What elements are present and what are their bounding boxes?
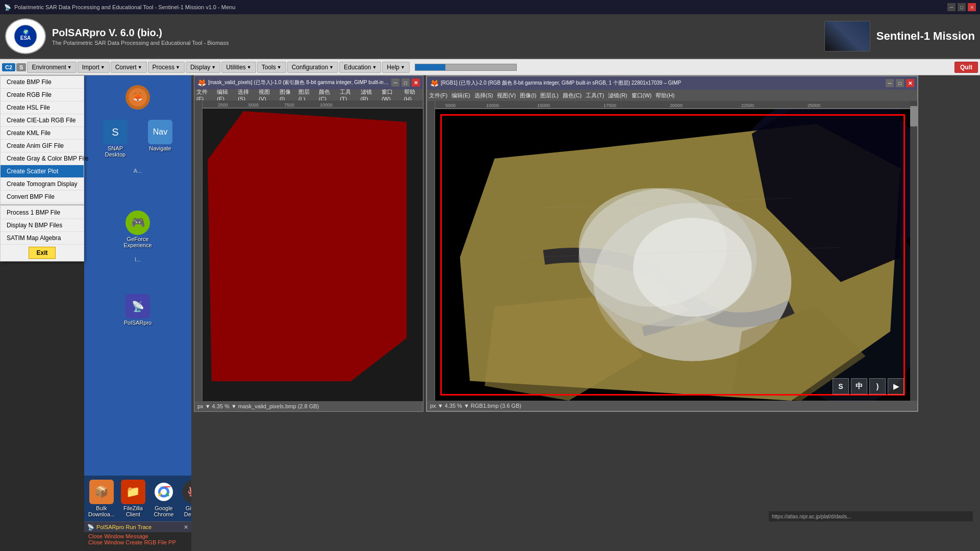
gimp2-menu-view[interactable]: 视图(V) xyxy=(497,92,516,99)
menu-create-graybmp[interactable]: Create Gray & Color BMP File xyxy=(1,152,84,165)
menu-process[interactable]: Process▼ xyxy=(148,62,185,73)
progress-fill xyxy=(415,64,445,70)
svg-text:17500: 17500 xyxy=(604,103,616,108)
desktop-icon-nav[interactable]: Nav Navigate xyxy=(140,118,181,160)
app-name: PolSARpro V. 6.0 (bio.) xyxy=(52,27,229,39)
gimp2-menu-window[interactable]: 窗口(W) xyxy=(632,92,652,99)
title-bar-left: 📡 Polarimetric SAR Data Processing and E… xyxy=(4,4,235,11)
maximize-button[interactable]: □ xyxy=(958,3,966,11)
gimp2-maximize[interactable]: □ xyxy=(896,79,904,87)
minimize-button[interactable]: ─ xyxy=(947,3,956,11)
overlay-buttons[interactable]: S 中 ) ▶ xyxy=(833,378,904,395)
menu-create-kml[interactable]: Create KML File xyxy=(1,127,84,140)
gimp2-menu-tools[interactable]: 工具(T) xyxy=(586,92,604,99)
menu-environment[interactable]: Environment▼ xyxy=(27,62,76,73)
menu-displaynbmp[interactable]: Display N BMP Files xyxy=(1,219,84,232)
gimp1-maximize[interactable]: □ xyxy=(401,78,410,87)
gimp1-menu-window[interactable]: 窗口(W) xyxy=(382,88,400,102)
gimp2-menu-select[interactable]: 选择(S) xyxy=(474,92,493,99)
desktop-icon-geforce[interactable]: 🎮 GeForce Experience xyxy=(117,208,158,250)
gimp2-menu-colors[interactable]: 颜色(C) xyxy=(563,92,582,99)
gimp1-menu-tools[interactable]: 工具(T) xyxy=(340,88,356,102)
menu-convert[interactable]: Convert▼ xyxy=(111,62,147,73)
overlay-btn-s[interactable]: S xyxy=(833,378,849,395)
gimp2-menu-edit[interactable]: 编辑(E) xyxy=(451,92,470,99)
svg-text:5000: 5000 xyxy=(445,103,456,108)
menu-process1bmp[interactable]: Process 1 BMP File xyxy=(1,206,84,219)
menu-create-cielab[interactable]: Create CIE-Lab RGB File xyxy=(1,114,84,127)
run-trace-line2: Close Window Create RGB File PP xyxy=(88,539,187,545)
taskbar-chrome[interactable]: Google Chrome xyxy=(149,478,178,519)
gimp1-icon: 🦊 xyxy=(197,78,206,87)
title-bar-icon: 📡 xyxy=(4,4,11,11)
gimp2-menu-filters[interactable]: 滤镜(R) xyxy=(608,92,627,99)
menu-create-rgb[interactable]: Create RGB File xyxy=(1,89,84,101)
gimp1-menu-view[interactable]: 视图(V) xyxy=(259,88,275,102)
taskbar-filezilla[interactable]: 📁 FileZilla Client xyxy=(119,478,147,519)
gimp1-menu-colors[interactable]: 颜色(C) xyxy=(319,88,336,102)
gimp2-menu-file[interactable]: 文件(F) xyxy=(429,92,447,99)
menu-tools[interactable]: Tools▼ xyxy=(257,62,286,73)
menu-help[interactable]: Help▼ xyxy=(382,62,410,73)
gimp1-ruler-v xyxy=(194,100,203,401)
gimp1-menu-help[interactable]: 帮助(H) xyxy=(404,88,421,102)
svg-point-7 xyxy=(161,489,167,495)
gimp1-menu-file[interactable]: 文件(F) xyxy=(196,88,213,102)
red-mask xyxy=(208,111,407,381)
gimp2-menu-image[interactable]: 图像(I) xyxy=(520,92,536,99)
gimp1-menu-edit[interactable]: 编辑(E) xyxy=(217,88,234,102)
run-trace-close[interactable]: ✕ xyxy=(184,524,188,531)
svg-text:15000: 15000 xyxy=(537,103,550,108)
gimp1-minimize[interactable]: ─ xyxy=(391,78,399,87)
menu-configuration[interactable]: Configuration▼ xyxy=(287,62,338,73)
url-text: https://atlas.nipr.ac.jp/plat/d/dasls... xyxy=(772,514,851,519)
menu-utilities[interactable]: Utilities▼ xyxy=(221,62,256,73)
filezilla-label: FileZilla Client xyxy=(121,505,145,517)
geforce-label: GeForce Experience xyxy=(119,236,156,248)
header: 🌍 ESA PolSARpro V. 6.0 (bio.) The Polari… xyxy=(0,14,980,59)
gimp2-menu-layer[interactable]: 图层(L) xyxy=(540,92,558,99)
desktop-icon-polsarpro2[interactable]: 📡 PolSARpro xyxy=(117,292,158,328)
gimp1-close[interactable]: ✕ xyxy=(412,78,420,87)
overlay-btn-paren[interactable]: ) xyxy=(869,378,886,395)
svg-text:5000: 5000 xyxy=(248,102,259,108)
gimp1-controls[interactable]: ─ □ ✕ xyxy=(391,78,420,87)
taskbar-bulk-download[interactable]: 📦 Bulk Downloa... xyxy=(86,478,117,519)
menu-create-scatter[interactable]: Create Scatter Plot xyxy=(1,165,84,178)
overlay-btn-play[interactable]: ▶ xyxy=(888,378,904,395)
svg-text:🌍: 🌍 xyxy=(23,29,29,35)
title-bar-controls[interactable]: ─ □ ✕ xyxy=(947,3,976,11)
gimp2-close[interactable]: ✕ xyxy=(906,79,914,87)
overlay-btn-zh[interactable]: 中 xyxy=(851,378,867,395)
taskbar-github[interactable]: 🐙 GitHub Desktop xyxy=(180,478,191,519)
svg-text:🦊: 🦊 xyxy=(133,92,143,102)
menu-create-bmp[interactable]: Create BMP File xyxy=(1,76,84,89)
gimp1-menu-image[interactable]: 图像(I) xyxy=(280,88,294,102)
desktop-icon-polsarpro[interactable]: 🦊 xyxy=(117,83,158,112)
gimp2-menu-help[interactable]: 帮助(H) xyxy=(656,92,674,99)
menu-create-anim[interactable]: Create Anim GIF File xyxy=(1,140,84,152)
menu-display[interactable]: Display▼ xyxy=(186,62,220,73)
svg-text:10000: 10000 xyxy=(320,102,333,108)
gimp1-titlebar: 🦊 [mask_valid_pixels] (已导入)-1.0 (索引颜色 8-… xyxy=(194,76,423,89)
gimp1-menu-filters[interactable]: 滤镜(R) xyxy=(361,88,378,102)
esa-logo: 🌍 ESA xyxy=(5,18,46,54)
gimp2-controls[interactable]: ─ □ ✕ xyxy=(886,79,914,87)
menu-import[interactable]: Import▼ xyxy=(78,62,110,73)
menu-satim[interactable]: SATIM Map Algebra xyxy=(1,232,84,245)
gimp1-menu-layer[interactable]: 图层(L) xyxy=(298,88,315,102)
scrollbar-thumb[interactable] xyxy=(910,106,917,126)
exit-button[interactable]: Exit xyxy=(29,247,55,259)
close-button[interactable]: ✕ xyxy=(968,3,976,11)
gimp1-menu-select[interactable]: 选择(S) xyxy=(238,88,255,102)
snap-label: SNAP Desktop xyxy=(97,145,134,158)
gimp2-menubar: 文件(F) 编辑(E) 选择(S) 视图(V) 图像(I) 图层(L) 颜色(C… xyxy=(427,90,917,101)
menu-education[interactable]: Education▼ xyxy=(339,62,381,73)
gimp2-scrollbar-v[interactable] xyxy=(910,101,917,401)
menu-convert-bmp[interactable]: Convert BMP File xyxy=(1,191,84,203)
menu-create-tomogram[interactable]: Create Tomogram Display xyxy=(1,178,84,191)
quit-button[interactable]: Quit xyxy=(954,62,978,73)
gimp2-minimize[interactable]: ─ xyxy=(886,79,894,87)
desktop-icon-snap[interactable]: S SNAP Desktop xyxy=(95,118,136,160)
menu-create-hsl[interactable]: Create HSL File xyxy=(1,101,84,114)
